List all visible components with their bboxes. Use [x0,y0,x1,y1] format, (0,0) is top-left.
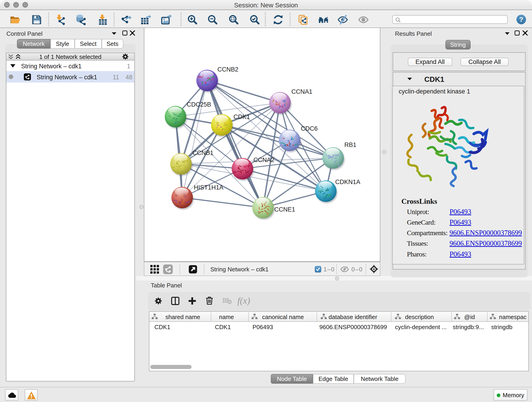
svg-text:CDKN1A: CDKN1A [335,179,360,185]
svg-text:CCNA1: CCNA1 [291,88,312,95]
svg-text:RB1: RB1 [344,141,356,148]
svg-text:CCNB2: CCNB2 [217,66,239,73]
svg-text:CDK1: CDK1 [234,114,250,120]
svg-text:CDC25B: CDC25B [187,101,211,108]
svg-text:CCNA2: CCNA2 [253,157,274,163]
svg-text:CCNB1: CCNB1 [192,149,214,156]
svg-text:CCNE1: CCNE1 [274,206,295,213]
svg-text:HIST1H1A: HIST1H1A [194,184,223,191]
svg-text:CDC6: CDC6 [301,125,318,132]
